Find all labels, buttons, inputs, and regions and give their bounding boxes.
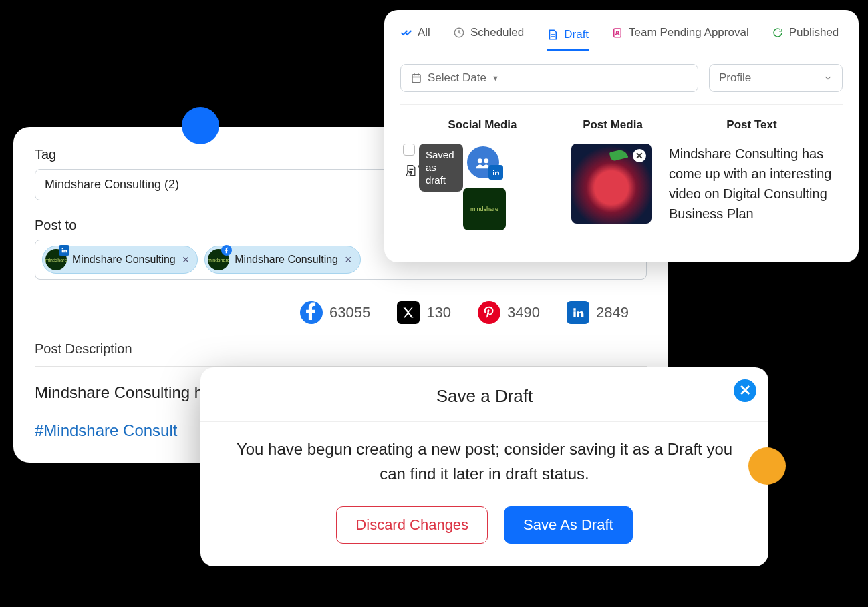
discard-changes-button[interactable]: Discard Changes — [336, 506, 488, 544]
tab-label: Scheduled — [470, 26, 524, 39]
x-stat: 130 — [397, 301, 451, 324]
date-select-label: Select Date — [428, 71, 486, 85]
filter-row: Select Date ▼ Profile — [400, 64, 843, 105]
social-group-icon — [467, 146, 499, 178]
table-headers: Social Media Post Media Post Text — [400, 105, 843, 140]
pinterest-icon — [478, 301, 500, 324]
decorative-orange-circle — [748, 447, 786, 485]
header-post-text: Post Text — [666, 118, 837, 132]
document-icon — [547, 29, 559, 41]
chip-remove-icon[interactable]: × — [343, 254, 353, 266]
decorative-blue-circle — [182, 107, 219, 144]
svg-point-5 — [478, 158, 482, 163]
refresh-icon — [772, 27, 784, 39]
x-icon — [397, 301, 420, 324]
chip-avatar: mindshare — [208, 249, 229, 270]
cell-social-media: Saved as draft mindshare — [400, 144, 554, 244]
post-description-label: Post Description — [35, 341, 647, 357]
svg-point-3 — [617, 31, 619, 33]
modal-divider — [200, 421, 768, 422]
tab-label: Team Pending Approval — [629, 26, 749, 39]
double-check-icon — [400, 27, 412, 39]
brand-logo-thumbnail: mindshare — [463, 188, 506, 230]
saved-as-draft-tooltip: Saved as draft — [419, 144, 463, 192]
modal-body-text: You have begun creating a new post; cons… — [227, 437, 742, 486]
calendar-icon — [410, 72, 422, 84]
linkedin-icon — [567, 301, 589, 324]
header-social-media: Social Media — [406, 118, 559, 132]
chip-remove-icon[interactable]: × — [181, 254, 191, 266]
profile-chip-linkedin[interactable]: mindshare Mindshare Consulting × — [42, 246, 198, 274]
linkedin-count: 2849 — [596, 304, 629, 321]
media-thumbnail[interactable]: ✕ — [571, 144, 652, 224]
caret-down-icon: ▼ — [492, 74, 499, 82]
drafts-list-panel: All Scheduled Draft Team Pending Approva… — [384, 10, 859, 262]
header-post-media: Post Media — [559, 118, 666, 132]
save-as-draft-button[interactable]: Save As Draft — [504, 506, 633, 544]
divider — [35, 366, 647, 367]
linkedin-badge-icon — [59, 245, 69, 256]
facebook-count: 63055 — [329, 304, 370, 321]
profile-select-label: Profile — [719, 71, 751, 85]
linkedin-corner-icon — [488, 165, 503, 180]
remove-media-icon[interactable]: ✕ — [633, 149, 646, 162]
tab-label: All — [418, 26, 430, 39]
modal-actions: Discard Changes Save As Draft — [223, 506, 746, 544]
tab-published[interactable]: Published — [772, 26, 839, 43]
tab-all[interactable]: All — [400, 26, 430, 43]
tab-label: Draft — [564, 28, 589, 41]
follower-stats-row: 63055 130 3490 2849 — [35, 301, 647, 324]
row-checkbox[interactable] — [403, 144, 415, 156]
profile-select[interactable]: Profile — [709, 64, 843, 92]
clock-icon — [453, 27, 465, 39]
svg-point-6 — [484, 158, 488, 163]
svg-rect-4 — [412, 75, 420, 83]
modal-title: Save a Draft — [223, 386, 746, 407]
chip-label: Mindshare Consulting — [235, 254, 338, 266]
tab-draft[interactable]: Draft — [547, 28, 589, 51]
tab-label: Published — [789, 26, 839, 39]
x-count: 130 — [426, 304, 451, 321]
chevron-down-icon — [823, 73, 833, 83]
status-tabs: All Scheduled Draft Team Pending Approva… — [400, 22, 843, 53]
profile-chip-facebook[interactable]: mindshare Mindshare Consulting × — [204, 246, 360, 274]
tab-team-pending[interactable]: Team Pending Approval — [611, 26, 749, 43]
close-modal-button[interactable]: ✕ — [734, 379, 756, 402]
save-draft-modal: ✕ Save a Draft You have begun creating a… — [200, 367, 768, 566]
facebook-stat: 63055 — [300, 301, 370, 324]
clipboard-user-icon — [611, 27, 623, 39]
chip-label: Mindshare Consulting — [72, 254, 176, 266]
chip-avatar: mindshare — [45, 249, 67, 270]
cell-post-text: Mindshare Consulting has come up with an… — [669, 144, 843, 224]
linkedin-stat: 2849 — [567, 301, 629, 324]
pinterest-count: 3490 — [507, 304, 540, 321]
date-select[interactable]: Select Date ▼ — [400, 64, 698, 92]
facebook-badge-icon — [221, 245, 232, 256]
pinterest-stat: 3490 — [478, 301, 540, 324]
tab-scheduled[interactable]: Scheduled — [453, 26, 524, 43]
cell-post-media: ✕ — [558, 144, 665, 224]
facebook-icon — [300, 301, 323, 324]
table-row: Saved as draft mindshare ✕ Mindshare Con… — [400, 140, 843, 244]
cursor-document-icon — [404, 164, 418, 177]
